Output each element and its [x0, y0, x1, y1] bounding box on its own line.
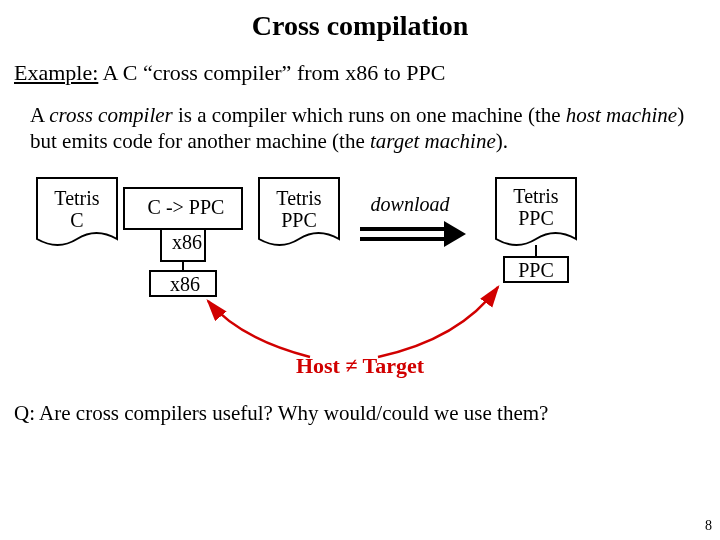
red-arrows [0, 169, 720, 369]
def-lead: A [30, 103, 49, 127]
definition-text: A cross compiler is a compiler which run… [30, 102, 690, 155]
def-ital1: cross compiler [49, 103, 172, 127]
def-ital3: target machine [370, 129, 496, 153]
page-number: 8 [705, 518, 712, 534]
page-title: Cross compilation [0, 10, 720, 42]
example-text: A C “cross compiler” from x86 to PPC [98, 60, 445, 85]
example-line: Example: A C “cross compiler” from x86 t… [14, 60, 720, 86]
question-text: Q: Are cross compilers useful? Why would… [14, 401, 720, 426]
diagram-stage: Tetris C C -> PPC x86 x86 Tetris PPC dow… [0, 169, 720, 339]
def-tail: ). [496, 129, 508, 153]
def-mid: is a compiler which runs on one machine … [173, 103, 566, 127]
example-label: Example: [14, 60, 98, 85]
def-ital2: host machine [566, 103, 677, 127]
